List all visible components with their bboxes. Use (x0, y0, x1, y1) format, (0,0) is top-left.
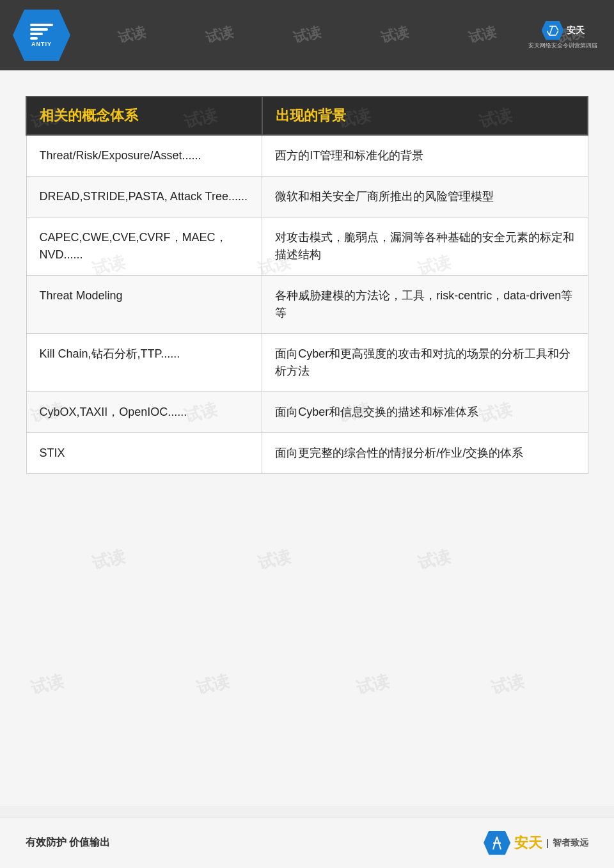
footer-logo: 安天 | 智者致远 (484, 831, 588, 855)
mwm-13: 试读 (256, 544, 294, 574)
logo-label: ANTIY (31, 41, 52, 47)
header: 试读 试读 试读 试读 试读 试读 试读 ANTIY (0, 0, 614, 70)
table-cell-right-0: 西方的IT管理和标准化的背景 (262, 135, 588, 177)
header-right-logo: 安天 安天网络安全令训营第四届 (524, 13, 601, 58)
watermark-6: 试读 (466, 22, 498, 48)
mwm-12: 试读 (90, 544, 127, 574)
table-cell-left-2: CAPEC,CWE,CVE,CVRF，MAEC，NVD...... (26, 217, 262, 276)
footer-hex-icon (484, 831, 510, 855)
footer: 有效防护 价值输出 安天 | 智者致远 (0, 817, 614, 868)
footer-logo-sub: | (546, 838, 549, 848)
table-cell-left-5: CybOX,TAXII，OpenIOC...... (26, 392, 262, 433)
table-row: CybOX,TAXII，OpenIOC......面向Cyber和信息交换的描述… (26, 392, 588, 433)
table-row: Threat Modeling各种威胁建模的方法论，工具，risk-centri… (26, 276, 588, 334)
table-cell-left-0: Threat/Risk/Exposure/Asset...... (26, 135, 262, 177)
mwm-17: 试读 (354, 670, 391, 700)
table-cell-left-3: Threat Modeling (26, 276, 262, 334)
table-cell-right-3: 各种威胁建模的方法论，工具，risk-centric，data-driven等等 (262, 276, 588, 334)
table-cell-right-6: 面向更完整的综合性的情报分析/作业/交换的体系 (262, 433, 588, 474)
mwm-18: 试读 (489, 670, 526, 700)
footer-logo-subtitle: 智者致远 (553, 837, 588, 849)
table-cell-left-6: STIX (26, 433, 262, 474)
watermark-3: 试读 (203, 22, 235, 48)
table-cell-right-4: 面向Cyber和更高强度的攻击和对抗的场景的分析工具和分析方法 (262, 334, 588, 392)
table-cell-left-4: Kill Chain,钻石分析,TTP...... (26, 334, 262, 392)
table-header-right: 出现的背景 (262, 97, 588, 135)
table-header-left: 相关的概念体系 (26, 97, 262, 135)
antiy-small-hex (542, 21, 564, 40)
table-row: CAPEC,CWE,CVE,CVRF，MAEC，NVD......对攻击模式，脆… (26, 217, 588, 276)
header-logo: ANTIY (13, 10, 70, 61)
svg-line-0 (549, 26, 553, 35)
header-company-name: 安天 (567, 25, 585, 36)
table-row: STIX面向更完整的综合性的情报分析/作业/交换的体系 (26, 433, 588, 474)
mwm-14: 试读 (415, 544, 453, 574)
header-subtitle: 安天网络安全令训营第四届 (528, 42, 597, 50)
table-cell-right-5: 面向Cyber和信息交换的描述和标准体系 (262, 392, 588, 433)
table-cell-right-1: 微软和相关安全厂商所推出的风险管理模型 (262, 177, 588, 217)
table-cell-right-2: 对攻击模式，脆弱点，漏洞等各种基础的安全元素的标定和描述结构 (262, 217, 588, 276)
table-row: Threat/Risk/Exposure/Asset......西方的IT管理和… (26, 135, 588, 177)
table-cell-left-1: DREAD,STRIDE,PASTA, Attack Tree...... (26, 177, 262, 217)
concept-table: 相关的概念体系 出现的背景 Threat/Risk/Exposure/Asset… (26, 96, 588, 474)
footer-logo-main: 安天 (514, 833, 542, 853)
footer-slogan: 有效防护 价值输出 (26, 836, 110, 849)
main-content: 试读 试读 试读 试读 试读 试读 试读 试读 试读 试读 试读 试读 试读 试… (0, 70, 614, 806)
watermark-2: 试读 (116, 22, 148, 48)
watermark-4: 试读 (291, 22, 323, 48)
table-row: Kill Chain,钻石分析,TTP......面向Cyber和更高强度的攻击… (26, 334, 588, 392)
mwm-15: 试读 (28, 670, 66, 700)
watermark-5: 试读 (379, 22, 411, 48)
table-row: DREAD,STRIDE,PASTA, Attack Tree......微软和… (26, 177, 588, 217)
header-watermarks: 试读 试读 试读 试读 试读 试读 试读 (0, 0, 614, 70)
mwm-16: 试读 (194, 670, 232, 700)
